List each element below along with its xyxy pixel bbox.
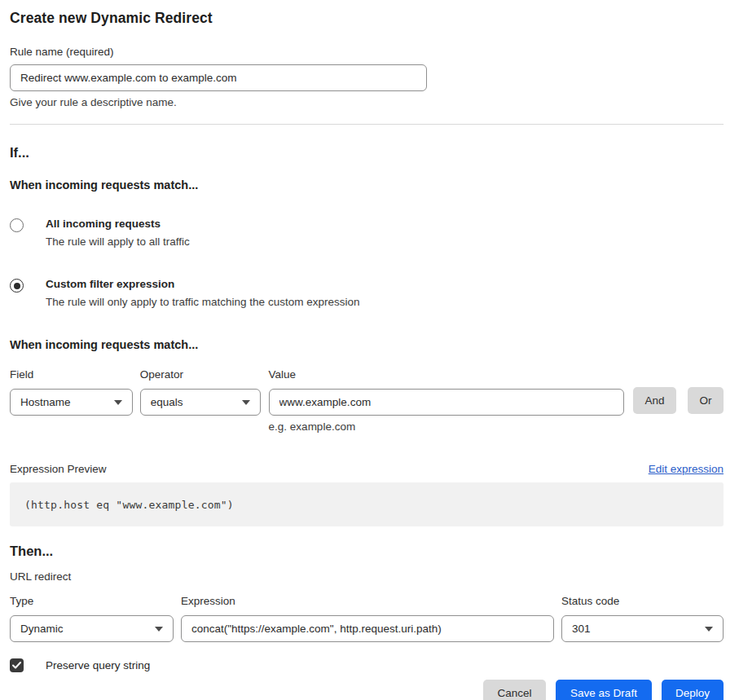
radio-all-incoming-requests[interactable]: All incoming requests The rule will appl… [10,218,724,248]
operator-select-value: equals [151,396,183,408]
expression-label: Expression [181,595,554,607]
or-button[interactable]: Or [688,387,724,414]
connector-buttons: And Or [633,368,724,414]
status-code-label: Status code [561,595,724,607]
radio-label: All incoming requests [46,218,190,230]
cancel-button[interactable]: Cancel [483,680,546,700]
radio-selected-icon[interactable] [10,279,24,293]
field-select[interactable]: Hostname [10,389,133,416]
value-helper: e.g. example.com [269,420,624,433]
save-as-draft-button[interactable]: Save as Draft [556,680,652,700]
operator-label: Operator [140,368,261,381]
and-button[interactable]: And [633,387,676,414]
expression-preview-label: Expression Preview [10,463,107,475]
preserve-query-string-label: Preserve query string [46,659,150,671]
status-code-select[interactable]: 301 [561,615,724,642]
preserve-query-string-checkbox-row[interactable]: Preserve query string [10,658,724,672]
radio-label: Custom filter expression [46,278,359,290]
create-redirect-form: Create new Dynamic Redirect Rule name (r… [0,0,739,700]
builder-heading: When incoming requests match... [10,338,724,351]
chevron-down-icon [155,627,163,632]
filter-expression-row: Field Hostname Operator equals Value e.g… [10,368,724,433]
if-heading: If... [10,145,724,161]
rule-name-helper: Give your rule a descriptive name. [10,96,724,108]
value-input[interactable] [269,389,624,416]
chevron-down-icon [242,400,250,405]
field-select-value: Hostname [20,396,71,408]
checkbox-checked-icon[interactable] [10,658,24,672]
page-title: Create new Dynamic Redirect [10,10,724,27]
type-label: Type [10,595,174,607]
expression-preview-code: (http.host eq "www.example.com") [10,482,724,526]
radio-unselected-icon[interactable] [10,218,24,232]
status-code-column: Status code 301 [561,595,724,642]
redirect-expression-input[interactable] [181,615,554,642]
radio-text: All incoming requests The rule will appl… [46,218,190,248]
chevron-down-icon [114,400,122,405]
rule-name-label: Rule name (required) [10,46,724,58]
radio-description: The rule will only apply to traffic matc… [46,296,359,308]
status-code-select-value: 301 [572,623,591,635]
url-redirect-label: URL redirect [10,570,724,583]
radio-custom-filter-expression[interactable]: Custom filter expression The rule will o… [10,278,724,308]
value-column: Value e.g. example.com [269,368,624,433]
field-label: Field [10,368,133,381]
match-heading: When incoming requests match... [10,178,724,192]
then-heading: Then... [10,544,724,559]
field-column: Field Hostname [10,368,133,416]
edit-expression-link[interactable]: Edit expression [649,463,724,475]
rule-name-input[interactable] [10,64,427,91]
operator-select[interactable]: equals [140,389,261,416]
operator-column: Operator equals [140,368,261,416]
chevron-down-icon [705,627,713,632]
redirect-settings-row: Type Dynamic Expression Status code 301 [10,595,724,642]
type-column: Type Dynamic [10,595,174,642]
radio-description: The rule will apply to all traffic [46,236,190,248]
value-label: Value [269,368,624,381]
deploy-button[interactable]: Deploy [662,680,724,700]
section-divider [10,124,724,125]
type-select-value: Dynamic [20,623,64,635]
form-actions: Cancel Save as Draft Deploy [10,680,724,700]
expression-column: Expression [181,595,554,642]
type-select[interactable]: Dynamic [10,615,174,642]
radio-text: Custom filter expression The rule will o… [46,278,359,308]
expression-preview-header: Expression Preview Edit expression [10,463,724,475]
rule-name-group: Rule name (required) Give your rule a de… [10,46,724,108]
